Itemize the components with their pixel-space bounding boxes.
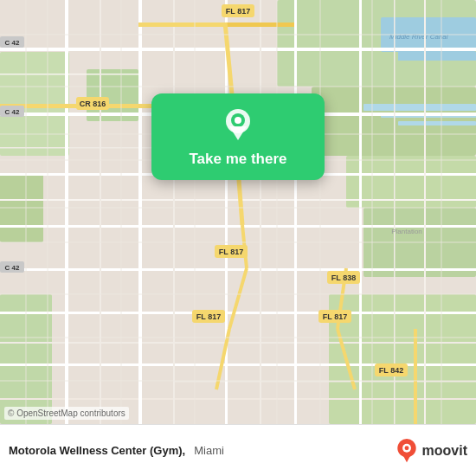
moovit-logo: moovit xyxy=(395,439,467,463)
map-container: Middle River Canal xyxy=(0,0,476,424)
svg-text:FL 817: FL 817 xyxy=(196,312,221,321)
svg-rect-38 xyxy=(394,0,396,424)
svg-rect-37 xyxy=(260,0,261,424)
svg-rect-34 xyxy=(424,0,426,424)
svg-rect-40 xyxy=(225,23,294,27)
svg-text:C 42: C 42 xyxy=(5,264,20,272)
svg-marker-94 xyxy=(402,453,412,462)
svg-rect-27 xyxy=(0,342,476,344)
card-overlay[interactable]: Take me there xyxy=(151,93,325,180)
svg-rect-20 xyxy=(0,268,476,271)
svg-rect-23 xyxy=(0,398,476,400)
svg-rect-21 xyxy=(0,312,476,314)
svg-rect-32 xyxy=(294,0,297,424)
svg-rect-30 xyxy=(138,0,142,424)
svg-marker-91 xyxy=(229,126,247,140)
svg-rect-12 xyxy=(363,104,476,111)
svg-text:Plantation: Plantation xyxy=(391,228,422,235)
moovit-pin-icon xyxy=(395,439,419,463)
svg-text:FL 838: FL 838 xyxy=(331,273,356,282)
svg-rect-36 xyxy=(173,0,175,424)
svg-rect-35 xyxy=(100,0,101,424)
svg-text:FL 817: FL 817 xyxy=(219,248,243,256)
svg-text:FL 842: FL 842 xyxy=(379,366,403,375)
svg-text:Middle River Canal: Middle River Canal xyxy=(389,33,448,41)
svg-point-96 xyxy=(404,446,408,450)
place-city: Miami xyxy=(194,444,224,457)
place-name: Motorola Wellness Center (Gym), xyxy=(9,444,185,457)
svg-rect-26 xyxy=(0,199,476,201)
svg-text:FL 817: FL 817 xyxy=(323,312,347,321)
svg-rect-14 xyxy=(398,121,476,125)
take-me-there-button[interactable]: Take me there xyxy=(189,151,286,168)
place-info: Motorola Wellness Center (Gym), Miami xyxy=(9,444,386,457)
bottom-bar: Motorola Wellness Center (Gym), Miami mo… xyxy=(0,424,476,476)
moovit-brand-text: moovit xyxy=(422,443,467,459)
map-svg: Middle River Canal xyxy=(0,0,476,424)
svg-rect-39 xyxy=(138,23,225,27)
svg-text:C 42: C 42 xyxy=(5,39,20,47)
location-pin-icon xyxy=(221,107,255,142)
svg-rect-11 xyxy=(398,52,476,61)
svg-rect-29 xyxy=(65,0,68,424)
svg-text:CR 816: CR 816 xyxy=(80,100,106,108)
svg-rect-24 xyxy=(0,74,138,75)
svg-text:FL 817: FL 817 xyxy=(226,7,250,16)
map-attribution: © OpenStreetMap contributors xyxy=(4,407,129,420)
svg-point-92 xyxy=(235,117,241,124)
svg-text:C 42: C 42 xyxy=(5,108,20,116)
svg-rect-33 xyxy=(359,0,362,424)
svg-rect-16 xyxy=(0,48,476,51)
